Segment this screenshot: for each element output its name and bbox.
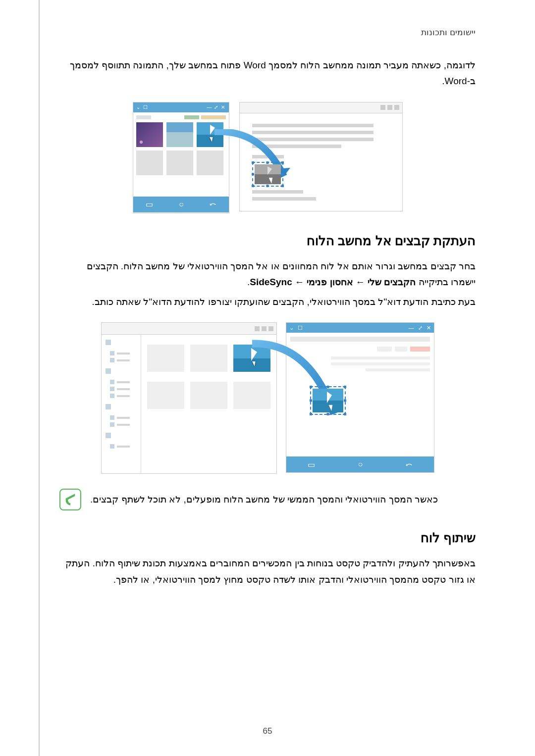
- gallery-thumb: [197, 151, 223, 175]
- window-control-icon: [268, 326, 273, 331]
- maximize-icon: ⤢: [214, 105, 219, 110]
- gallery-thumb: [166, 122, 193, 147]
- explorer-titlebar: [102, 323, 276, 335]
- chevron-down-icon: ⌄: [289, 325, 294, 331]
- scale-icon: ☐: [298, 325, 303, 331]
- minimize-icon: —: [207, 105, 212, 110]
- attached-image-selected: [310, 386, 346, 415]
- virtual-tablet-window: ⌄☐ —⤢✕: [286, 322, 434, 473]
- explorer-content: [141, 335, 276, 473]
- gallery-thumb: [136, 122, 163, 147]
- word-document-window: [239, 102, 403, 211]
- info-note-text: כאשר המסך הווירטואלי והמסך הממשי של מחשב…: [90, 492, 438, 507]
- scale-icon: ☐: [143, 105, 148, 110]
- gallery-thumb: [197, 122, 223, 147]
- desktop-explorer-window: [101, 322, 277, 474]
- doc-titlebar: [240, 102, 402, 113]
- intro-paragraph: לדוגמה, כשאתה מעביר תמונה ממחשב הלוח למס…: [59, 57, 476, 90]
- home-icon: ○: [358, 460, 363, 469]
- recent-icon: ▭: [146, 200, 153, 209]
- info-icon: [59, 489, 81, 510]
- file-thumb-selected: [233, 345, 270, 372]
- inserted-image-selected: [252, 162, 283, 187]
- window-control-icon: [262, 326, 267, 331]
- gallery-thumb: [136, 151, 163, 175]
- close-icon: ✕: [427, 325, 431, 331]
- minimize-icon: —: [409, 325, 414, 331]
- window-control-icon: [394, 105, 399, 110]
- back-icon: ⤺: [210, 200, 216, 209]
- breadcrumb: יישומים ותכונות: [421, 27, 476, 38]
- phone-titlebar: ⌄☐ —⤢✕: [133, 102, 229, 112]
- header: יישומים ותכונות: [59, 27, 476, 38]
- window-control-icon: [387, 105, 392, 110]
- figure-2: ⌄☐ —⤢✕: [59, 322, 476, 474]
- chevron-down-icon: ⌄: [136, 105, 141, 110]
- explorer-sidebar: [102, 335, 141, 473]
- tablet-titlebar: ⌄☐ —⤢✕: [286, 323, 434, 333]
- page-side-rule: [39, 0, 40, 756]
- virtual-phone-window: ⌄☐ —⤢✕: [133, 102, 229, 213]
- phone-navbar: ▭ ○ ⤺: [133, 197, 229, 212]
- figure-1: ⌄☐ —⤢✕: [59, 102, 476, 213]
- recent-icon: ▭: [308, 460, 315, 469]
- home-icon: ○: [179, 200, 184, 209]
- section-heading-copy-files: העתקת קבצים אל מחשב הלוח: [59, 233, 476, 249]
- window-control-icon: [380, 105, 385, 110]
- cursor-icon: [252, 360, 257, 367]
- section1-paragraph1: בחר קבצים במחשב וגרור אותם אל לוח המחוונ…: [59, 258, 476, 291]
- maximize-icon: ⤢: [418, 325, 423, 331]
- window-control-icon: [255, 326, 260, 331]
- page-number: 65: [0, 726, 535, 736]
- back-icon: ⤺: [406, 460, 412, 469]
- file-thumb: [190, 382, 227, 409]
- file-thumb: [190, 345, 227, 372]
- section-heading-clipboard: שיתוף לוח: [59, 530, 476, 546]
- tablet-navbar: ▭ ○ ⤺: [286, 456, 434, 472]
- section2-paragraph: באפשרותך להעתיק ולהדביק טקסט בנוחות בין …: [59, 555, 476, 588]
- info-note: כאשר המסך הווירטואלי והמסך הממשי של מחשב…: [59, 489, 476, 510]
- file-thumb: [147, 382, 184, 409]
- folder-path: הקבצים שלי ← אחסון פנימי ← SideSync: [250, 277, 416, 287]
- page-content: יישומים ותכונות לדוגמה, כשאתה מעביר תמונ…: [0, 0, 535, 611]
- file-thumb: [147, 345, 184, 372]
- gallery-thumb: [166, 151, 193, 175]
- close-icon: ✕: [221, 105, 226, 110]
- file-thumb: [233, 382, 270, 409]
- cursor-icon: [209, 136, 214, 142]
- section1-paragraph2: בעת כתיבת הודעת דוא"ל במסך הווירטואלי, ה…: [59, 294, 476, 310]
